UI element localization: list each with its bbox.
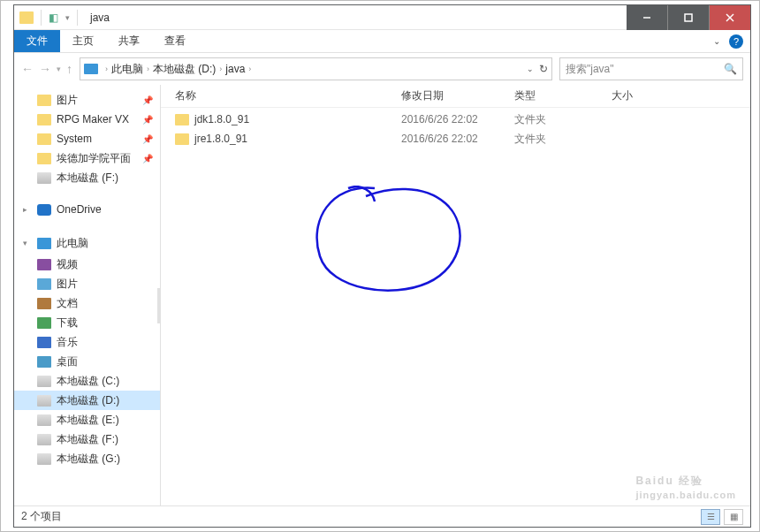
- tab-share[interactable]: 共享: [106, 30, 152, 52]
- tree-item[interactable]: 本地磁盘 (E:): [14, 410, 160, 429]
- up-button[interactable]: ↑: [66, 62, 72, 76]
- forward-button[interactable]: →: [39, 62, 51, 76]
- folder-icon: [37, 133, 51, 145]
- tree-label: 本地磁盘 (F:): [57, 432, 118, 447]
- tree-label: 音乐: [57, 335, 78, 350]
- tree-item[interactable]: 本地磁盘 (G:): [14, 449, 160, 468]
- pin-icon: 📌: [142, 95, 153, 105]
- col-date[interactable]: 修改日期: [401, 88, 514, 103]
- tree-item[interactable]: 埃德加学院平面📌: [14, 148, 160, 168]
- chevron-right-icon: ›: [248, 65, 251, 73]
- tree-label: 埃德加学院平面: [57, 151, 131, 166]
- window-title: java: [90, 11, 110, 24]
- tree-label: 下载: [57, 315, 78, 331]
- tree-item[interactable]: 图片📌: [14, 90, 160, 110]
- tree-item[interactable]: 本地磁盘 (F:): [14, 168, 160, 187]
- tree-item[interactable]: 本地磁盘 (C:): [14, 371, 160, 391]
- tree-label: 图片: [57, 93, 78, 108]
- breadcrumb[interactable]: 本地磁盘 (D:): [153, 62, 216, 77]
- search-input[interactable]: 搜索"java" 🔍: [559, 57, 743, 80]
- folder-icon: [19, 11, 34, 24]
- ribbon-expand-icon[interactable]: ⌄: [713, 36, 720, 46]
- tree-label: 视频: [57, 257, 78, 272]
- tree-label: 此电脑: [57, 236, 88, 251]
- tree-label: 桌面: [57, 354, 78, 369]
- column-headers: 名称 修改日期 类型 大小: [161, 85, 750, 108]
- icons-view-button[interactable]: ▦: [724, 509, 743, 525]
- tree-item[interactable]: 本地磁盘 (D:): [14, 391, 160, 410]
- tab-view[interactable]: 查看: [152, 30, 198, 52]
- tree-label: 本地磁盘 (G:): [57, 452, 120, 467]
- desk-icon: [37, 356, 51, 368]
- tree-label: 本地磁盘 (C:): [57, 374, 119, 389]
- tree-label: 图片: [57, 277, 78, 292]
- qat-dropdown-icon[interactable]: ▾: [65, 13, 70, 22]
- help-icon[interactable]: ?: [729, 34, 743, 49]
- tree-item[interactable]: 桌面: [14, 352, 160, 371]
- divider: [41, 10, 42, 26]
- drive-icon: [37, 395, 51, 407]
- breadcrumb[interactable]: 此电脑: [111, 62, 143, 77]
- tree-this-pc[interactable]: ▾ 此电脑: [14, 232, 160, 255]
- tree-item[interactable]: 文档: [14, 293, 160, 313]
- tree-label: 本地磁盘 (E:): [57, 413, 119, 428]
- table-row[interactable]: jre1.8.0_912016/6/26 22:02文件夹: [161, 129, 750, 148]
- ribbon: 文件 主页 共享 查看 ⌄ ?: [14, 30, 750, 53]
- expand-icon[interactable]: ▸: [23, 205, 32, 214]
- tree-label: 本地磁盘 (D:): [57, 393, 119, 408]
- view-toggles: ☰ ▦: [701, 509, 743, 525]
- folder-icon: [175, 133, 189, 145]
- address-bar[interactable]: › 此电脑 › 本地磁盘 (D:) › java › ⌄ ↻: [80, 57, 552, 80]
- chevron-right-icon: ›: [105, 65, 108, 73]
- doc-icon: [37, 298, 51, 309]
- back-button[interactable]: ←: [21, 62, 34, 76]
- file-name: jre1.8.0_91: [194, 133, 247, 145]
- drive-icon: [37, 414, 51, 426]
- tab-home[interactable]: 主页: [60, 30, 106, 52]
- svg-rect-1: [685, 14, 692, 21]
- tree-label: 本地磁盘 (F:): [57, 171, 118, 186]
- col-size[interactable]: 大小: [612, 88, 682, 103]
- drive-icon: [37, 453, 51, 465]
- address-row: ← → ▾ ↑ › 此电脑 › 本地磁盘 (D:) › java › ⌄ ↻: [14, 53, 750, 85]
- close-button[interactable]: [710, 5, 750, 30]
- recent-dropdown[interactable]: ▾: [57, 65, 61, 73]
- tree-item[interactable]: RPG Maker VX📌: [14, 110, 160, 129]
- cloud-icon: [37, 204, 51, 216]
- rows-container: jdk1.8.0_912016/6/26 22:02文件夹jre1.8.0_91…: [161, 108, 750, 505]
- tree-onedrive[interactable]: ▸ OneDrive: [14, 198, 160, 221]
- drive-icon: [37, 434, 51, 445]
- col-type[interactable]: 类型: [514, 88, 612, 103]
- tree-item[interactable]: 下载: [14, 313, 160, 332]
- folder-icon: [37, 153, 51, 164]
- tree-item[interactable]: 本地磁盘 (F:): [14, 429, 160, 449]
- file-type: 文件夹: [514, 112, 612, 127]
- minimize-button[interactable]: [627, 5, 667, 30]
- tree-item[interactable]: 音乐: [14, 332, 160, 352]
- search-placeholder: 搜索"java": [566, 62, 614, 77]
- tree-item[interactable]: System📌: [14, 129, 160, 148]
- details-view-button[interactable]: ☰: [701, 509, 720, 525]
- collapse-icon[interactable]: ▾: [23, 239, 32, 247]
- nav-tree[interactable]: 图片📌RPG Maker VX📌System📌埃德加学院平面📌本地磁盘 (F:)…: [14, 85, 161, 505]
- breadcrumb[interactable]: java: [225, 63, 245, 75]
- refresh-icon[interactable]: ↻: [539, 63, 548, 75]
- drive-icon: [37, 172, 51, 184]
- pic-icon: [37, 278, 51, 290]
- col-name[interactable]: 名称: [175, 88, 401, 103]
- annotation-circle: [313, 186, 472, 300]
- tree-item[interactable]: 视频: [14, 255, 160, 274]
- pin-icon: 📌: [142, 115, 153, 125]
- file-date: 2016/6/26 22:02: [401, 113, 514, 125]
- file-tab[interactable]: 文件: [14, 30, 60, 52]
- maximize-button[interactable]: [668, 5, 709, 30]
- table-row[interactable]: jdk1.8.0_912016/6/26 22:02文件夹: [161, 110, 750, 129]
- properties-icon[interactable]: ◧: [49, 11, 58, 24]
- address-dropdown-icon[interactable]: ⌄: [527, 65, 534, 73]
- pc-icon: [37, 238, 51, 249]
- status-bar: 2 个项目 ☰ ▦: [14, 505, 750, 527]
- nav-arrows: ← → ▾ ↑: [21, 62, 72, 76]
- search-icon: 🔍: [724, 63, 737, 75]
- tree-label: RPG Maker VX: [57, 113, 129, 125]
- tree-item[interactable]: 图片: [14, 274, 160, 293]
